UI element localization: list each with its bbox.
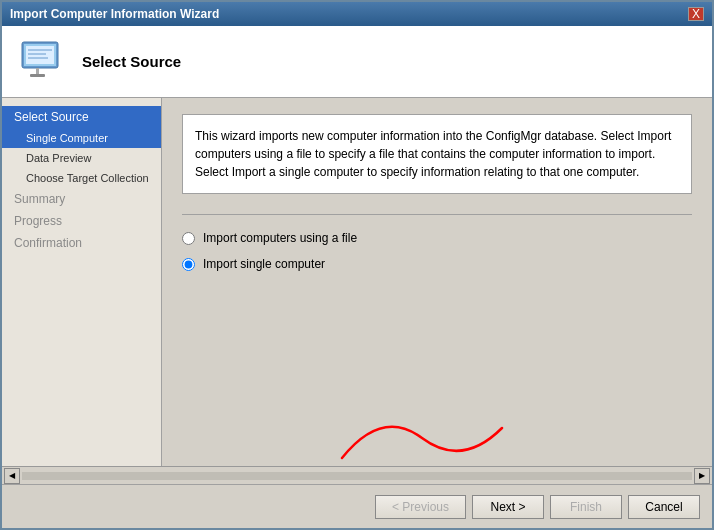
svg-rect-4	[26, 46, 54, 64]
nav-single-computer[interactable]: Single Computer	[2, 128, 161, 148]
scrollbar-area: ◀ ▶	[2, 466, 712, 484]
nav-choose-target[interactable]: Choose Target Collection	[2, 168, 161, 188]
window-title: Import Computer Information Wizard	[10, 7, 219, 21]
next-button[interactable]: Next >	[472, 495, 544, 519]
scroll-right-button[interactable]: ▶	[694, 468, 710, 484]
divider	[182, 214, 692, 215]
wizard-navigation: Select Source Single Computer Data Previ…	[2, 98, 162, 466]
scroll-track[interactable]	[22, 472, 692, 480]
nav-progress[interactable]: Progress	[2, 210, 161, 232]
nav-confirmation[interactable]: Confirmation	[2, 232, 161, 254]
prev-button[interactable]: < Previous	[375, 495, 466, 519]
nav-summary[interactable]: Summary	[2, 188, 161, 210]
header-title: Select Source	[82, 53, 181, 70]
wizard-window: Import Computer Information Wizard X Sel…	[0, 0, 714, 530]
option-file: Import computers using a file	[182, 231, 692, 245]
wizard-header: Select Source	[2, 26, 712, 98]
finish-button[interactable]: Finish	[550, 495, 622, 519]
radio-import-file[interactable]	[182, 232, 195, 245]
nav-select-source[interactable]: Select Source	[2, 106, 161, 128]
description-text: This wizard imports new computer informa…	[195, 129, 671, 179]
label-import-file[interactable]: Import computers using a file	[203, 231, 357, 245]
wizard-footer: < Previous Next > Finish Cancel	[2, 484, 712, 528]
svg-rect-2	[36, 68, 39, 74]
wizard-body: Select Source Single Computer Data Previ…	[2, 98, 712, 466]
label-import-single[interactable]: Import single computer	[203, 257, 325, 271]
title-bar: Import Computer Information Wizard X	[2, 2, 712, 26]
scroll-left-button[interactable]: ◀	[4, 468, 20, 484]
svg-rect-3	[30, 74, 45, 77]
description-box: This wizard imports new computer informa…	[182, 114, 692, 194]
close-button[interactable]: X	[688, 7, 704, 21]
cancel-button[interactable]: Cancel	[628, 495, 700, 519]
radio-import-single[interactable]	[182, 258, 195, 271]
nav-data-preview[interactable]: Data Preview	[2, 148, 161, 168]
wizard-icon	[18, 38, 66, 86]
option-single: Import single computer	[182, 257, 692, 271]
wizard-content: This wizard imports new computer informa…	[162, 98, 712, 466]
radio-group: Import computers using a file Import sin…	[182, 231, 692, 271]
